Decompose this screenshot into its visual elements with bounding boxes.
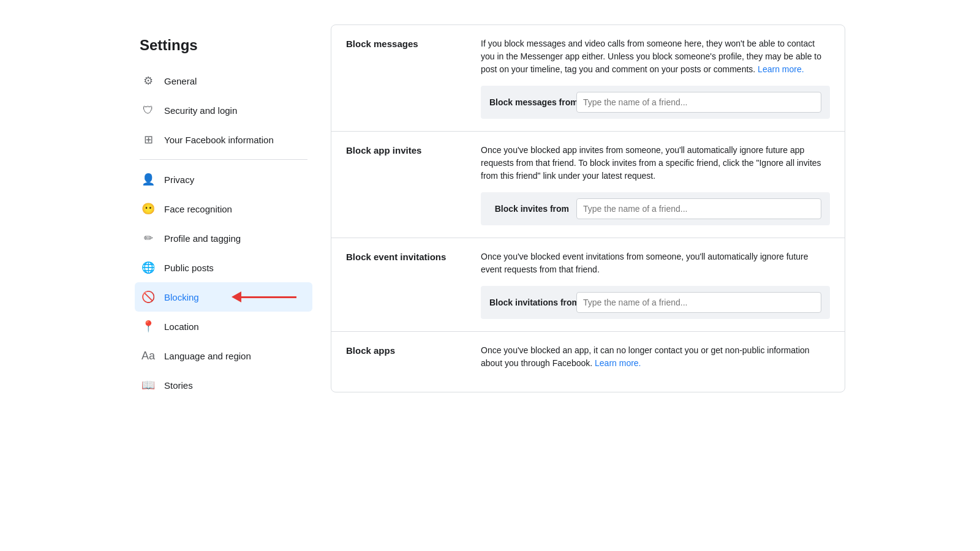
sidebar-item-label-general: General <box>164 76 197 86</box>
input-row-block-messages: Block messages from <box>481 86 830 119</box>
block-icon: 🚫 <box>140 288 157 305</box>
sidebar-item-profile-tagging[interactable]: ✏Profile and tagging <box>135 223 312 253</box>
section-description-block-apps: Once you've blocked an app, it can no lo… <box>481 344 830 370</box>
input-label-block-app-invites: Block invites from <box>489 204 569 214</box>
lang-icon: Aa <box>140 347 157 364</box>
sidebar-items-container: ⚙General🛡Security and login⊞Your Faceboo… <box>135 66 312 400</box>
sidebar-item-label-security: Security and login <box>164 105 237 116</box>
sidebar-item-privacy[interactable]: 👤Privacy <box>135 165 312 194</box>
learn-more-link-block-apps[interactable]: Learn more. <box>595 358 641 368</box>
input-row-block-app-invites: Block invites from <box>481 192 830 225</box>
sidebar-item-label-blocking: Blocking <box>164 292 199 302</box>
content-panel: Block messagesIf you block messages and … <box>331 24 845 392</box>
fb-info-icon: ⊞ <box>140 131 157 148</box>
input-field-block-messages[interactable] <box>576 92 821 113</box>
section-label-block-event-invitations: Block event invitations <box>346 250 469 262</box>
sidebar-item-language[interactable]: AaLanguage and region <box>135 341 312 370</box>
sidebar-item-label-public-posts: Public posts <box>164 263 214 273</box>
input-label-block-messages: Block messages from <box>489 97 569 107</box>
tag-icon: ✏ <box>140 230 157 247</box>
shield-icon: 🛡 <box>140 102 157 119</box>
privacy-icon: 👤 <box>140 171 157 188</box>
sidebar-item-label-language: Language and region <box>164 351 251 361</box>
section-description-block-event-invitations: Once you've blocked event invitations fr… <box>481 250 830 276</box>
input-field-block-app-invites[interactable] <box>576 198 821 219</box>
section-content-block-app-invites: Once you've blocked app invites from som… <box>481 144 830 225</box>
sidebar-item-location[interactable]: 📍Location <box>135 312 312 341</box>
sidebar-title: Settings <box>135 37 312 54</box>
section-label-block-apps: Block apps <box>346 344 469 356</box>
sidebar-item-face-recognition[interactable]: 😶Face recognition <box>135 194 312 223</box>
section-label-block-messages: Block messages <box>346 37 469 49</box>
page-wrapper: Settings ⚙General🛡Security and login⊞You… <box>0 0 980 551</box>
sidebar-item-label-fb-info: Your Facebook information <box>164 135 274 145</box>
arrow-head <box>232 291 241 302</box>
section-content-block-event-invitations: Once you've blocked event invitations fr… <box>481 250 830 319</box>
blocking-arrow <box>232 291 296 302</box>
sidebar-item-label-privacy: Privacy <box>164 174 194 185</box>
input-field-block-event-invitations[interactable] <box>576 292 821 313</box>
input-row-block-event-invitations: Block invitations from <box>481 286 830 319</box>
learn-more-link-block-messages[interactable]: Learn more. <box>758 64 804 74</box>
section-row-block-event-invitations: Block event invitationsOnce you've block… <box>331 238 845 332</box>
input-label-block-event-invitations: Block invitations from <box>489 298 569 307</box>
globe-icon: 🌐 <box>140 259 157 276</box>
sidebar-item-blocking[interactable]: 🚫Blocking <box>135 282 312 312</box>
arrow-line <box>241 296 296 298</box>
section-row-block-apps: Block appsOnce you've blocked an app, it… <box>331 332 845 392</box>
blocking-label-wrapper: Blocking <box>164 292 307 302</box>
layout: Settings ⚙General🛡Security and login⊞You… <box>123 24 858 527</box>
content-sections-container: Block messagesIf you block messages and … <box>331 25 845 392</box>
section-description-block-messages: If you block messages and video calls fr… <box>481 37 830 76</box>
section-row-block-messages: Block messagesIf you block messages and … <box>331 25 845 132</box>
sidebar-item-label-profile-tagging: Profile and tagging <box>164 233 241 244</box>
section-description-block-app-invites: Once you've blocked app invites from som… <box>481 144 830 182</box>
sidebar-item-stories[interactable]: 📖Stories <box>135 370 312 400</box>
sidebar-item-label-stories: Stories <box>164 380 193 391</box>
sidebar: Settings ⚙General🛡Security and login⊞You… <box>123 24 318 527</box>
gear-icon: ⚙ <box>140 72 157 89</box>
sidebar-item-fb-info[interactable]: ⊞Your Facebook information <box>135 125 312 154</box>
stories-icon: 📖 <box>140 377 157 394</box>
sidebar-item-label-face-recognition: Face recognition <box>164 204 232 214</box>
section-label-block-app-invites: Block app invites <box>346 144 469 156</box>
section-content-block-messages: If you block messages and video calls fr… <box>481 37 830 119</box>
sidebar-item-public-posts[interactable]: 🌐Public posts <box>135 253 312 282</box>
sidebar-item-security[interactable]: 🛡Security and login <box>135 96 312 125</box>
face-icon: 😶 <box>140 200 157 217</box>
sidebar-item-general[interactable]: ⚙General <box>135 66 312 96</box>
sidebar-item-label-location: Location <box>164 321 199 332</box>
sidebar-divider <box>140 159 307 160</box>
section-content-block-apps: Once you've blocked an app, it can no lo… <box>481 344 830 380</box>
main-content: Block messagesIf you block messages and … <box>318 24 858 527</box>
section-row-block-app-invites: Block app invitesOnce you've blocked app… <box>331 132 845 238</box>
location-icon: 📍 <box>140 318 157 335</box>
